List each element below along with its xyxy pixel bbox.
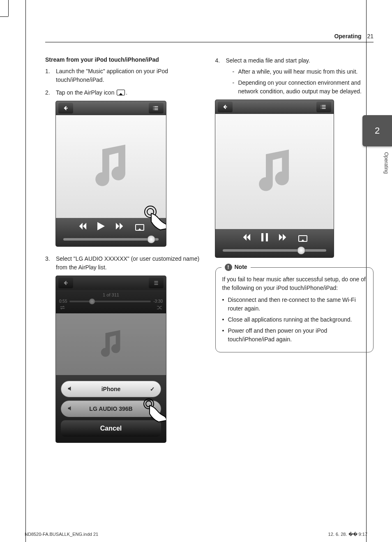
screenshot-airplay-menu: 1 of 311 0:55 -3:30 <box>56 276 166 442</box>
next-icon <box>279 234 288 243</box>
speaker-icon <box>67 385 74 393</box>
note-title-text: Note <box>235 263 247 271</box>
footer-filename: ND8520-FA.BUSALLK_ENG.indd 21 <box>25 532 98 537</box>
svg-rect-11 <box>266 233 268 241</box>
list-icon <box>316 102 331 112</box>
remaining-time: -3:30 <box>153 299 163 303</box>
cancel-label: Cancel <box>100 425 122 432</box>
svg-rect-10 <box>261 233 263 241</box>
playback-controls <box>215 229 334 257</box>
step-2-text-post: . <box>126 89 127 96</box>
cancel-button: Cancel <box>61 420 161 437</box>
step-4: Select a media file and start play. Afte… <box>215 56 374 96</box>
track-info-bar: 1 of 311 0:55 -3:30 <box>56 290 166 313</box>
page-header: Operating 21 <box>45 33 374 42</box>
previous-icon <box>78 222 87 232</box>
back-icon <box>218 102 233 112</box>
note-bullet-3: Power off and then power on your iPod to… <box>222 327 367 344</box>
note-box: ! Note If you fail to hear music after s… <box>215 267 374 352</box>
screenshot-topbar <box>56 276 166 290</box>
airplay-icon <box>117 90 125 95</box>
sub-heading: Stream from your iPod touch/iPhone/iPad <box>45 56 204 63</box>
airplay-option-label: LG AUDIO 396B <box>89 405 132 412</box>
step-3-text: Select "LG AUDIO XXXXXX" (or user custom… <box>56 255 199 271</box>
screenshot-now-playing <box>215 100 334 257</box>
check-icon: ✓ <box>150 386 155 392</box>
screenshot-music-player <box>56 101 166 246</box>
repeat-icon <box>59 305 66 311</box>
music-note-icon <box>82 138 140 195</box>
step-2-text-pre: Tap on the AirPlay icon <box>56 89 114 96</box>
svg-point-7 <box>321 105 321 106</box>
svg-point-2 <box>153 109 154 110</box>
section-name: Operating <box>334 33 361 39</box>
step-4-text: Select a media file and start play. <box>226 57 310 64</box>
airplay-option-label: iPhone <box>101 386 121 392</box>
play-icon <box>97 222 105 232</box>
crop-mark <box>25 0 26 542</box>
screenshot-topbar <box>56 101 166 115</box>
speaker-icon <box>67 405 74 413</box>
list-icon <box>149 278 164 288</box>
track-index: 1 of 311 <box>59 292 163 297</box>
airplay-option-iphone: iPhone ✓ <box>61 381 161 397</box>
step-4-sub-1: After a while, you will hear music from … <box>233 67 374 76</box>
pause-icon <box>261 233 268 243</box>
previous-icon <box>242 234 251 243</box>
step-3: Select "LG AUDIO XXXXXX" (or user custom… <box>45 255 204 272</box>
svg-point-0 <box>153 107 154 107</box>
back-icon <box>58 278 73 288</box>
chapter-number: 2 <box>375 125 380 136</box>
album-art-placeholder <box>56 115 166 218</box>
svg-point-1 <box>153 108 154 109</box>
playback-controls <box>56 218 166 246</box>
note-intro: If you fail to hear music after successf… <box>222 275 367 292</box>
step-1: Launch the "Music" application on your i… <box>45 67 204 84</box>
next-icon <box>115 222 125 232</box>
step-4-sub-2: Depending on your connection environment… <box>233 79 374 96</box>
footer-datetime: 12. 6. 28. �� 9:17 <box>328 532 367 537</box>
music-note-icon <box>92 326 129 363</box>
note-bullet-2: Close all applications running at the ba… <box>222 315 367 324</box>
volume-slider <box>63 238 159 241</box>
elapsed-time: 0:55 <box>59 299 67 303</box>
album-art-placeholder <box>215 114 334 229</box>
volume-thumb <box>297 246 305 255</box>
chapter-tab-label: Operating <box>383 152 389 174</box>
volume-slider <box>223 249 326 252</box>
page-footer: ND8520-FA.BUSALLK_ENG.indd 21 12. 6. 28.… <box>25 532 367 537</box>
scrub-knob <box>89 299 95 304</box>
step-1-text: Launch the "Music" application on your i… <box>56 68 168 83</box>
svg-point-9 <box>321 108 321 109</box>
step-2: Tap on the AirPlay icon . <box>45 88 204 97</box>
screenshot-topbar <box>215 100 334 114</box>
airplay-icon <box>298 235 307 242</box>
crop-mark <box>0 16 8 17</box>
crop-mark <box>8 0 9 16</box>
chapter-tab: 2 <box>362 115 392 146</box>
note-bullet-1: Disconnect and then re-connect to the sa… <box>222 296 367 313</box>
airplay-icon <box>135 224 144 231</box>
scrub-bar <box>69 301 151 302</box>
svg-point-8 <box>321 107 321 107</box>
list-icon <box>149 103 164 113</box>
airplay-option-lg: LG AUDIO 396B <box>61 401 161 417</box>
note-title: ! Note <box>221 263 251 271</box>
alert-icon: ! <box>225 264 232 271</box>
page-number: 21 <box>367 33 374 39</box>
volume-thumb <box>147 235 155 243</box>
back-icon <box>58 103 73 113</box>
music-note-icon <box>246 143 303 200</box>
album-art-placeholder <box>56 313 166 375</box>
shuffle-icon <box>156 305 163 311</box>
